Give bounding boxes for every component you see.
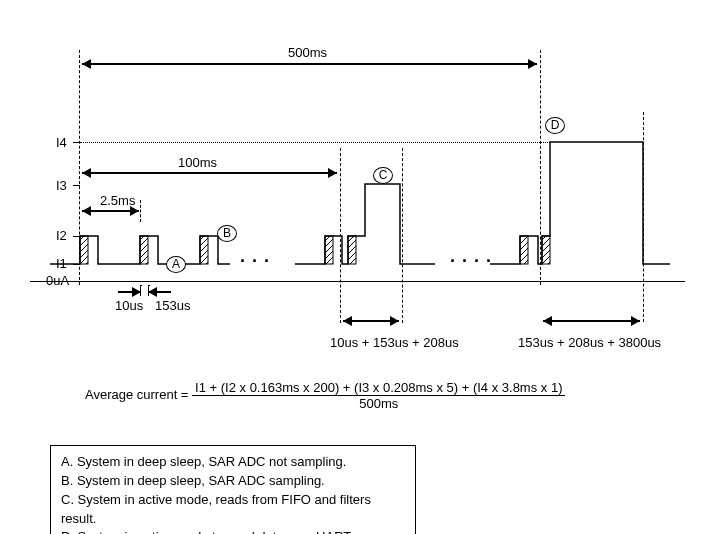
legend: A. System in deep sleep, SAR ADC not sam… [50, 445, 416, 534]
callout-b: B [217, 225, 237, 242]
arrow-10us-in [118, 291, 141, 293]
legend-a: A. System in deep sleep, SAR ADC not sam… [61, 453, 405, 472]
tick-10us-a [140, 285, 142, 296]
arrow-500ms [82, 63, 537, 65]
legend-b: B. System in deep sleep, SAR ADC samplin… [61, 472, 405, 491]
callout-a: A [166, 256, 186, 273]
label-filter: 10us + 153us + 208us [330, 335, 459, 350]
average-current-formula: Average current = I1 + (I2 x 0.163ms x 2… [85, 380, 645, 411]
legend-d: D. System in active mode to send data ov… [61, 528, 405, 534]
legend-c: C. System in active mode, reads from FIF… [61, 491, 405, 529]
timing-diagram: I4 I3 I2 I1 0uA 500ms 100ms 2.5ms [0, 0, 714, 380]
formula-denominator: 500ms [192, 396, 565, 411]
svg-rect-3 [325, 236, 333, 264]
svg-rect-1 [140, 236, 148, 264]
arrow-uart [543, 320, 640, 322]
callout-d: D [545, 117, 565, 134]
svg-rect-2 [200, 236, 208, 264]
svg-rect-5 [520, 236, 528, 264]
arrow-filter [343, 320, 399, 322]
label-500ms: 500ms [288, 45, 327, 60]
svg-rect-6 [542, 236, 550, 264]
label-uart: 153us + 208us + 3800us [518, 335, 661, 350]
formula-numerator: I1 + (I2 x 0.163ms x 200) + (I3 x 0.208m… [192, 380, 565, 396]
svg-rect-0 [80, 236, 88, 264]
label-153us: 153us [155, 298, 190, 313]
label-10us: 10us [115, 298, 143, 313]
waveform [30, 140, 690, 285]
ellipsis-1: . . . [240, 246, 270, 267]
formula-lhs: Average current = [85, 387, 192, 402]
arrow-10us-out [148, 291, 171, 293]
ellipsis-2: . . . . [450, 246, 492, 267]
tick-10us-b [148, 285, 150, 296]
svg-rect-4 [348, 236, 356, 264]
callout-c: C [373, 167, 393, 184]
